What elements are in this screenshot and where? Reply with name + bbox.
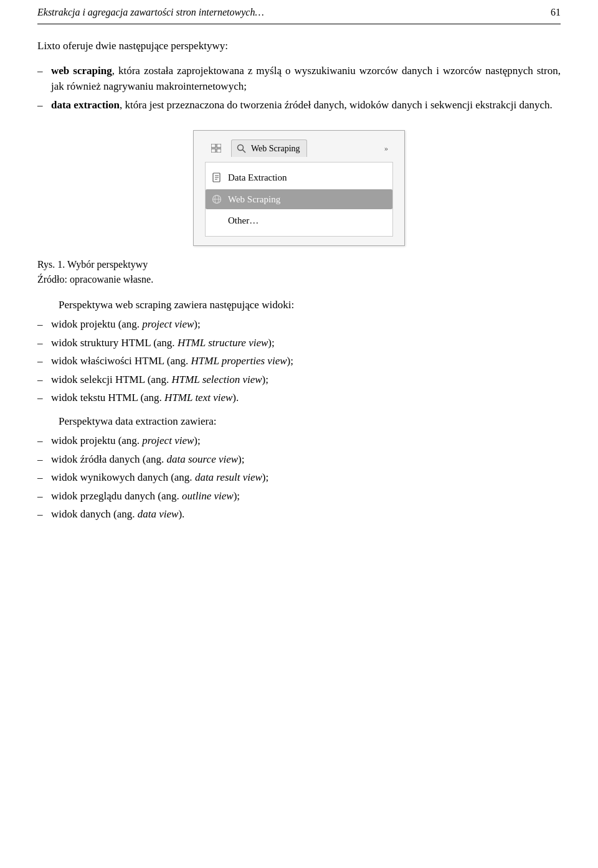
source-label: Źródło: xyxy=(37,274,67,285)
web-scraping-intro: Perspektywa web scraping zawiera następu… xyxy=(37,297,561,313)
list-item: – widok danych (ang. data view). xyxy=(37,506,561,522)
figure-source: Źródło: opracowanie własne. xyxy=(37,272,561,287)
list-item: – widok projektu (ang. project view); xyxy=(37,316,561,333)
dash-symbol: – xyxy=(37,372,51,388)
source-text: opracowanie własne. xyxy=(70,274,153,285)
list-item: – widok projektu (ang. project view); xyxy=(37,433,561,449)
dash-symbol: – xyxy=(37,390,51,406)
menu-tab-bar: Web Scraping » xyxy=(205,137,393,159)
svg-line-5 xyxy=(243,149,246,153)
list-item: – widok struktury HTML (ang. HTML struct… xyxy=(37,335,561,351)
other-icon xyxy=(211,214,223,227)
globe-icon xyxy=(211,193,223,205)
menu-item-data-extraction[interactable]: Data Extraction xyxy=(206,167,392,188)
dash-text-1: web scraping, która została zaprojektowa… xyxy=(51,63,561,95)
search-icon xyxy=(235,143,248,155)
list-item: – widok właściwości HTML (ang. HTML prop… xyxy=(37,353,561,369)
menu-item-label: Other… xyxy=(228,214,259,228)
list-item: – widok tekstu HTML (ang. HTML text view… xyxy=(37,390,561,406)
dash-symbol: – xyxy=(37,433,51,449)
figure-inner: Data Extraction Web Scraping xyxy=(205,162,393,237)
dash-symbol: – xyxy=(37,316,51,333)
list-item: – data extraction, która jest przeznaczo… xyxy=(37,97,561,113)
dash-text-2: data extraction, która jest przeznaczona… xyxy=(51,97,561,113)
dash-symbol: – xyxy=(37,506,51,522)
list-item: – widok wynikowych danych (ang. data res… xyxy=(37,469,561,486)
bold-data-extraction: data extraction xyxy=(51,99,120,111)
dash-symbol: – xyxy=(37,63,51,95)
svg-rect-2 xyxy=(211,149,216,153)
list-item: – widok selekcji HTML (ang. HTML selecti… xyxy=(37,372,561,388)
menu-item-other[interactable]: Other… xyxy=(206,210,392,231)
menu-item-web-scraping[interactable]: Web Scraping xyxy=(206,189,392,210)
svg-rect-1 xyxy=(217,144,221,148)
svg-rect-0 xyxy=(211,144,216,148)
header-title: Ekstrakcja i agregacja zawartości stron … xyxy=(37,5,264,20)
figure-box: Web Scraping » xyxy=(193,130,405,246)
page-header: Ekstrakcja i agregacja zawartości stron … xyxy=(37,0,561,24)
web-scraping-list: – widok projektu (ang. project view); – … xyxy=(37,316,561,406)
figure-caption: Rys. 1. Wybór perspektywy xyxy=(37,257,561,272)
menu-tab-left: Web Scraping xyxy=(210,139,307,157)
svg-rect-3 xyxy=(217,149,221,153)
main-content: Lixto oferuje dwie następujące perspekty… xyxy=(37,38,561,522)
main-dash-list: – web scraping, która została zaprojekto… xyxy=(37,63,561,113)
dash-symbol: – xyxy=(37,469,51,486)
chevron-right-icon: » xyxy=(384,143,388,154)
doc-icon xyxy=(211,171,223,184)
data-extraction-intro: Perspektywa data extraction zawiera: xyxy=(37,413,561,430)
bold-web-scraping: web scraping xyxy=(51,65,112,77)
figure-container: Web Scraping » xyxy=(37,130,561,246)
dash-symbol: – xyxy=(37,451,51,468)
data-extraction-list: – widok projektu (ang. project view); – … xyxy=(37,433,561,522)
caption-title: Wybór perspektywy xyxy=(67,259,148,270)
svg-point-4 xyxy=(238,144,244,150)
grid-icon xyxy=(210,142,222,154)
list-item: – widok źródła danych (ang. data source … xyxy=(37,451,561,468)
page-number: 61 xyxy=(551,5,561,20)
menu-item-label: Web Scraping xyxy=(228,192,280,207)
dash-symbol: – xyxy=(37,353,51,369)
intro-paragraph: Lixto oferuje dwie następujące perspekty… xyxy=(37,38,561,54)
list-item: – widok przeglądu danych (ang. outline v… xyxy=(37,488,561,504)
tab-label: Web Scraping xyxy=(251,142,300,155)
web-scraping-tab[interactable]: Web Scraping xyxy=(231,139,307,157)
menu-item-label: Data Extraction xyxy=(228,171,287,185)
dash-symbol: – xyxy=(37,488,51,504)
dash-symbol: – xyxy=(37,97,51,113)
dash-symbol: – xyxy=(37,335,51,351)
list-item: – web scraping, która została zaprojekto… xyxy=(37,63,561,95)
caption-label: Rys. 1. xyxy=(37,259,65,270)
